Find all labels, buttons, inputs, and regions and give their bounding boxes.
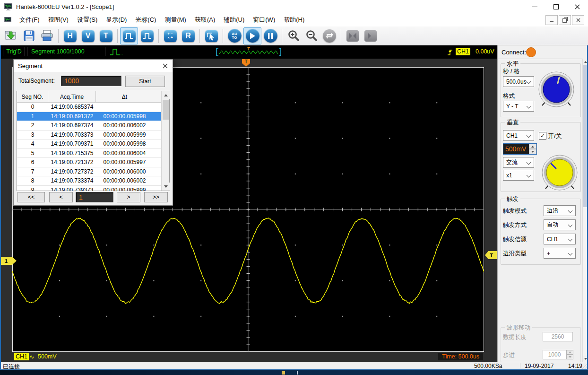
close-button[interactable] [567, 0, 588, 13]
trigger-source-select[interactable]: CH1 [544, 234, 576, 244]
pause-button[interactable] [261, 27, 279, 44]
toolbar-separator [117, 29, 118, 43]
menu-item[interactable]: 显示(D) [102, 14, 131, 25]
menu-item[interactable]: 测量(M) [160, 14, 190, 25]
channel-onoff-checkbox[interactable]: ✓ [539, 132, 546, 140]
segment-table-row[interactable]: 914:19:00.73937300:00:00.005999 [17, 186, 169, 191]
coupling-select[interactable]: 交流 [503, 157, 534, 168]
horizontal-setup-icon: H [64, 30, 77, 42]
cursor-measure-button[interactable] [202, 27, 220, 44]
channel1-badge: CH1 [14, 353, 29, 360]
maximize-icon [553, 4, 559, 9]
trigger-sweep-select[interactable]: 自动 [544, 219, 576, 230]
auto-set-icon: AUTO [228, 29, 242, 43]
toolbar-separator [199, 29, 200, 43]
start-button[interactable]: Start [125, 76, 165, 87]
acquisition-preview[interactable]: T [215, 46, 282, 58]
mdi-minimize-button[interactable] [545, 15, 558, 25]
zoom-in-button[interactable] [285, 27, 303, 44]
save-button[interactable] [20, 27, 38, 44]
menu-item[interactable]: 文件(F) [15, 14, 44, 25]
segment-table-row[interactable]: 214:19:00.69737400:00:00.006002 [17, 121, 169, 131]
step-input: 1000 [543, 350, 566, 359]
horizontal-setup-button[interactable]: H [61, 27, 79, 44]
probe-select[interactable]: x1 [503, 170, 534, 181]
channel-select[interactable]: CH1 [503, 130, 534, 141]
spin-up-button[interactable] [529, 144, 536, 149]
segment-table-row[interactable]: 014:19:00.685374 [17, 103, 169, 112]
print-icon [41, 30, 53, 42]
menu-item[interactable]: 光标(C) [131, 14, 160, 25]
trigger-setup-button[interactable]: T [97, 27, 115, 44]
menu-item[interactable]: 视图(V) [44, 14, 73, 25]
segment-table-header: Seg NO. Acq.Time Δt [17, 91, 169, 103]
zoom-out-button[interactable] [303, 27, 320, 44]
scroll-down-button[interactable] [162, 183, 170, 191]
segment-table-row[interactable]: 514:19:00.71537500:00:00.006004 [17, 149, 169, 158]
dialog-close-button[interactable] [160, 61, 170, 70]
segment-table-row[interactable]: 114:19:00.69137200:00:00.005998 [17, 112, 169, 122]
vertical-setup-button[interactable]: V [79, 27, 97, 44]
math-button[interactable]: + −× ÷ [161, 27, 179, 44]
trigger-level-marker[interactable]: T [485, 251, 497, 259]
menu-item[interactable]: 辅助(U) [219, 14, 249, 25]
menu-item[interactable]: 帮助(H) [279, 14, 309, 25]
trigger-position-marker[interactable]: T [242, 59, 250, 67]
total-segment-input[interactable]: 1000 [61, 76, 121, 86]
chevron-down-icon [527, 173, 531, 178]
menu-item[interactable]: 窗口(W) [249, 14, 279, 25]
connect-row: Connect: [498, 45, 588, 59]
open-file-button[interactable] [2, 27, 20, 44]
mdi-restore-button[interactable] [559, 15, 571, 25]
page-number-input[interactable]: 1 [76, 192, 113, 202]
segment-table-row[interactable]: 714:19:00.72737200:00:00.006000 [17, 167, 169, 177]
taskbar-icon [282, 371, 285, 375]
last-page-button[interactable]: >> [144, 192, 168, 202]
trigger-status-badge: Trig'D [3, 47, 25, 56]
first-page-button[interactable]: << [17, 192, 45, 202]
format-select[interactable]: Y - T [503, 101, 534, 112]
sample-rate: 500.00KSa [474, 363, 502, 369]
maximize-button[interactable] [545, 0, 567, 13]
horizontal-knob[interactable] [537, 71, 576, 111]
data-length-label: 数据长度 [503, 333, 527, 341]
next-page-button[interactable]: > [117, 192, 140, 202]
dialog-title-bar[interactable]: Segment [14, 60, 173, 72]
auto-set-button[interactable]: AUTO [225, 27, 243, 44]
reference-wave-button[interactable]: R [179, 27, 197, 44]
spin-down-button[interactable] [529, 149, 536, 154]
menu-item[interactable]: 设置(S) [73, 14, 102, 25]
chevron-down-icon [527, 79, 531, 84]
pulse-train-button[interactable] [138, 27, 156, 44]
arrow-up-icon [164, 94, 168, 96]
segment-acquisition-button[interactable] [120, 27, 138, 44]
channel1-scale: 500mV [38, 353, 57, 360]
zoom-in-icon [287, 29, 300, 42]
volts-per-div-spinner[interactable]: 500mV [503, 143, 537, 155]
mdi-close-button[interactable] [572, 15, 584, 25]
prev-page-button[interactable]: < [49, 192, 73, 202]
edge-type-select[interactable]: + [544, 248, 576, 259]
menu-item[interactable]: 获取(A) [190, 14, 219, 25]
print-button[interactable] [38, 27, 56, 44]
run-button[interactable] [243, 27, 261, 44]
scrollbar-thumb[interactable] [163, 100, 169, 120]
trigger-mode-label: 触发模式 [503, 207, 527, 215]
vertical-knob[interactable] [540, 154, 579, 194]
segment-table-row[interactable]: 614:19:00.72137200:00:00.005997 [17, 158, 169, 167]
swap-arrows-icon [323, 29, 336, 43]
segment-dialog: Segment TotalSegment: 1000 Start Seg NO.… [13, 59, 173, 206]
toolbar-separator [58, 29, 59, 43]
toolbar-separator [158, 29, 159, 43]
swap-button[interactable] [320, 27, 338, 44]
minimize-button[interactable] [524, 0, 545, 13]
table-scrollbar[interactable] [161, 91, 169, 191]
scroll-up-button[interactable] [162, 91, 170, 99]
segment-table-row[interactable]: 314:19:00.70337300:00:00.005999 [17, 131, 169, 140]
trigger-mode-select[interactable]: 边沿 [544, 205, 576, 216]
arrow-down-icon [164, 185, 168, 188]
sec-per-div-select[interactable]: 500.0us [503, 76, 534, 87]
segment-table-row[interactable]: 414:19:00.70937100:00:00.005998 [17, 140, 169, 149]
segment-table-row[interactable]: 814:19:00.73337400:00:00.006002 [17, 176, 169, 186]
disabled-icon-2 [364, 30, 377, 42]
